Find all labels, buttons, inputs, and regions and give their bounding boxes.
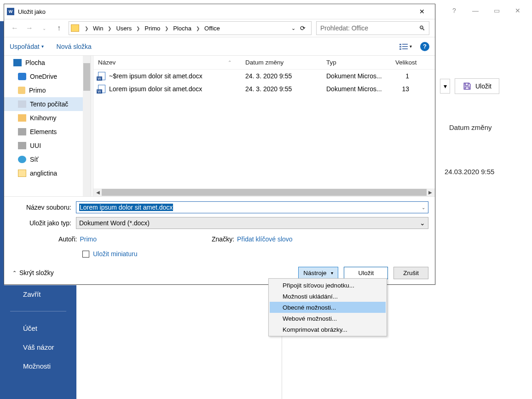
file-list-pane: Název⌃ Datum změny Typ Velikost ~$rem ip… xyxy=(93,56,435,196)
tree-item-label: Knihovny xyxy=(30,114,57,122)
tree-item-onedrive[interactable]: OneDrive xyxy=(4,70,83,83)
chevron-right-icon[interactable]: ❯ xyxy=(162,26,171,31)
crumb[interactable]: Office xyxy=(203,25,221,32)
tree-scrollbar[interactable] xyxy=(83,56,91,196)
bg-save-label: Uložit xyxy=(475,82,492,90)
tree-item-label: Plocha xyxy=(25,59,45,66)
net-icon xyxy=(18,156,26,163)
crumb[interactable]: Primo xyxy=(144,25,161,32)
drive-icon xyxy=(18,128,26,135)
view-options-button[interactable]: ▾ xyxy=(399,43,412,50)
chevron-down-icon: ▾ xyxy=(331,270,333,276)
refresh-button[interactable]: ⟳ xyxy=(300,24,306,32)
tools-menu-item[interactable]: Webové možnosti... xyxy=(270,313,386,324)
file-type: Dokument Micros... xyxy=(326,72,395,80)
tree-item-label: Tento počítač xyxy=(30,100,68,108)
sidebar-account[interactable]: Účet xyxy=(0,319,76,338)
tools-menu-item[interactable]: Možnosti ukládání... xyxy=(270,291,386,302)
folder-icon xyxy=(18,170,26,177)
tree-item-plocha[interactable]: Plocha xyxy=(4,56,83,70)
chevron-down-icon: ▾ xyxy=(410,44,412,49)
save-as-dialog: W Uložit jako ✕ ← → ⌄ ↑ ❯ Win ❯ Users ❯ … xyxy=(4,4,435,285)
nav-up[interactable]: ↑ xyxy=(54,24,64,32)
pc-icon xyxy=(18,100,26,108)
minimize-button[interactable]: ― xyxy=(465,0,486,21)
chevron-right-icon[interactable]: ❯ xyxy=(193,26,202,31)
chevron-down-icon: ▾ xyxy=(41,44,44,49)
hide-folders-toggle[interactable]: ⌃ Skrýt složky xyxy=(12,269,54,276)
view-icon xyxy=(399,43,408,50)
file-list-header[interactable]: Název⌃ Datum změny Typ Velikost xyxy=(93,56,435,70)
sidebar-feedback[interactable]: Váš názor xyxy=(0,338,76,357)
tree-item-tento-počítač[interactable]: Tento počítač xyxy=(4,97,83,111)
save-button[interactable]: Uložit xyxy=(344,267,388,279)
save-icon xyxy=(463,82,472,91)
sidebar-close[interactable]: Zavřít xyxy=(0,285,76,304)
nav-back[interactable]: ← xyxy=(10,24,20,32)
bg-format-dropdown[interactable]: ▾ xyxy=(440,79,450,94)
chevron-down-icon[interactable]: ⌄ xyxy=(422,205,425,210)
tree-item-knihovny[interactable]: Knihovny xyxy=(4,111,83,125)
tools-menu-item[interactable]: Připojit síťovou jednotku... xyxy=(270,280,386,291)
dialog-close-button[interactable]: ✕ xyxy=(412,4,432,19)
tree-item-label: anglictina xyxy=(30,170,57,177)
tree-item-uui[interactable]: UUI xyxy=(4,139,83,153)
file-row[interactable]: Lorem ipsum dolor sit amet.docx24. 3. 20… xyxy=(93,82,435,95)
sort-indicator: ⌃ xyxy=(228,60,231,65)
breadcrumb-dropdown[interactable]: ⌄ xyxy=(291,25,295,31)
file-size: 1 xyxy=(395,72,409,80)
tags-value[interactable]: Přidat klíčové slovo xyxy=(237,235,293,243)
nav-recent-dropdown[interactable]: ⌄ xyxy=(39,26,49,31)
chevron-up-icon: ⌃ xyxy=(12,270,17,276)
help-button[interactable]: ? xyxy=(444,0,465,21)
search-icon: 🔍︎ xyxy=(419,24,425,32)
tree-item-elements[interactable]: Elements xyxy=(4,125,83,139)
tools-menu-item[interactable]: Obecné možnosti... xyxy=(270,302,386,313)
filetype-label: Uložit jako typ: xyxy=(11,219,76,227)
user-icon xyxy=(18,87,25,94)
new-folder-button[interactable]: Nová složka xyxy=(57,43,92,50)
filename-input[interactable]: Lorem ipsum dolor sit amet.docx ⌄ xyxy=(76,201,428,213)
desktop-icon xyxy=(13,59,22,66)
folder-tree: PlochaOneDrivePrimoTento počítačKnihovny… xyxy=(4,56,91,196)
tools-button[interactable]: Nástroje▾ xyxy=(298,267,338,279)
bg-save-button[interactable]: Uložit xyxy=(455,78,499,94)
cancel-button[interactable]: Zrušit xyxy=(393,267,428,279)
word-icon: W xyxy=(7,8,14,15)
onedrive-icon xyxy=(18,73,26,80)
scroll-left[interactable]: ◀ xyxy=(94,190,102,195)
tree-item-síť[interactable]: Síť xyxy=(4,153,83,166)
scroll-right[interactable]: ▶ xyxy=(427,190,434,195)
file-hscrollbar[interactable]: ◀ ▶ xyxy=(93,188,435,196)
crumb[interactable]: Win xyxy=(92,25,104,32)
save-thumbnail-checkbox[interactable] xyxy=(82,251,89,258)
file-name: Lorem ipsum dolor sit amet.docx xyxy=(109,85,202,93)
tree-item-primo[interactable]: Primo xyxy=(4,83,83,97)
nav-forward[interactable]: → xyxy=(24,24,35,32)
save-thumbnail-label: Uložit miniaturu xyxy=(93,250,137,258)
search-input[interactable]: Prohledat: Office 🔍︎ xyxy=(316,21,429,35)
bg-date-value: 24.03.2020 9:55 xyxy=(445,168,494,176)
maximize-button[interactable]: ▭ xyxy=(486,0,507,21)
authors-value[interactable]: Primo xyxy=(80,235,97,243)
help-icon[interactable]: ? xyxy=(420,42,429,51)
docx-icon xyxy=(98,85,105,93)
organize-button[interactable]: Uspořádat ▾ xyxy=(10,43,44,50)
filetype-select[interactable]: Dokument Word (*.docx) ⌄ xyxy=(76,217,428,229)
sidebar-options[interactable]: Možnosti xyxy=(0,357,76,376)
close-button[interactable]: ✕ xyxy=(507,0,528,21)
chevron-right-icon[interactable]: ❯ xyxy=(105,26,114,31)
chevron-right-icon[interactable]: ❯ xyxy=(133,26,143,31)
tools-menu-item[interactable]: Komprimovat obrázky... xyxy=(270,324,386,335)
authors-label: Autoři: xyxy=(58,235,77,243)
bg-col-date: Datum změny xyxy=(449,123,492,131)
file-row[interactable]: ~$rem ipsum dolor sit amet.docx24. 3. 20… xyxy=(93,70,435,82)
tree-item-anglictina[interactable]: anglictina xyxy=(4,166,83,180)
crumb[interactable]: Users xyxy=(115,25,133,32)
tools-dropdown-menu: Připojit síťovou jednotku...Možnosti ukl… xyxy=(268,278,387,336)
chevron-right-icon[interactable]: ❯ xyxy=(82,26,91,31)
svg-rect-5 xyxy=(402,48,408,49)
breadcrumb[interactable]: ❯ Win ❯ Users ❯ Primo ❯ Plocha ❯ Office … xyxy=(69,21,312,35)
crumb[interactable]: Plocha xyxy=(172,25,192,32)
tree-item-label: Elements xyxy=(30,128,57,135)
